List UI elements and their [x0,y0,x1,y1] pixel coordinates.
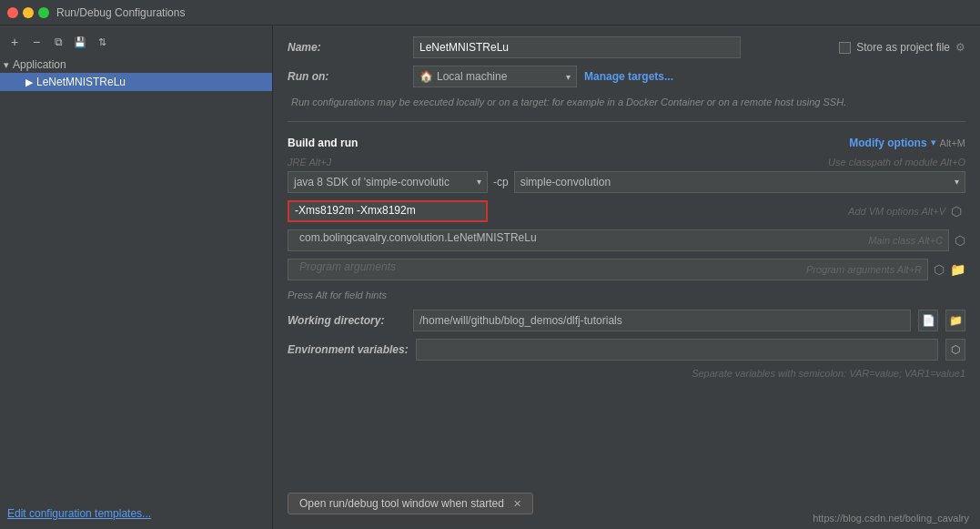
expand-icon[interactable]: ⬡ [951,204,962,219]
home-icon: 🏠 [419,70,433,83]
env-vars-label: Environment variables: [288,343,409,356]
tree-group-application[interactable]: ▾ Application [0,56,272,73]
working-dir-folder-icon[interactable]: 📁 [945,310,965,331]
vm-options-row: -Xms8192m -Xmx8192m Add VM options Alt+V… [288,200,965,222]
modify-options-arrow-icon: ▾ [931,137,936,148]
name-label: Name: [288,41,406,54]
footer-url: https://blog.csdn.net/boling_cavalry [813,513,969,524]
run-on-dropdown[interactable]: 🏠 Local machine ▾ [413,66,577,87]
env-vars-container [416,339,938,361]
app-icon: ▶ [25,76,33,88]
remove-config-button[interactable]: − [27,33,45,51]
window-title: Run/Debug Configurations [56,6,185,19]
main-class-container: com.bolingcavalry.convolution.LeNetMNIST… [288,229,949,251]
vm-options-value: -Xms8192m -Xmx8192m [295,204,416,217]
prog-args-row: Program arguments Program arguments Alt+… [288,259,965,280]
working-dir-container: /home/will/github/blog_demos/dlfj-tutori… [413,310,911,331]
save-config-button[interactable]: 💾 [71,33,89,51]
sdk-value: java 8 SDK of 'simple-convolutic [294,176,450,188]
sdk-row: java 8 SDK of 'simple-convolutic ▾ -cp s… [288,171,965,193]
press-alt-hint: Press Alt for field hints [288,288,965,302]
cp-dropdown[interactable]: simple-convolution ▾ [514,171,965,193]
store-label: Store as project file [856,41,950,54]
main-class-row: com.bolingcavalry.convolution.LeNetMNIST… [288,229,965,251]
config-toolbar: + − ⧉ 💾 ⇅ [0,29,272,55]
tree-item-label: LeNetMNISTReLu [36,76,126,88]
cp-dropdown-arrow-icon: ▾ [955,177,959,187]
run-on-value: Local machine [437,70,507,83]
working-dir-label: Working directory: [288,314,406,327]
env-vars-hint: Separate variables with semicolon: VAR=v… [692,368,965,379]
run-on-description: Run configurations may be executed local… [288,95,965,110]
sdk-dropdown-arrow-icon: ▾ [477,177,481,187]
open-tool-btn-label: Open run/debug tool window when started [299,497,504,510]
add-config-button[interactable]: + [5,33,24,51]
move-config-button[interactable]: ⇅ [93,33,111,51]
env-vars-row: Environment variables: ⬡ [288,339,965,361]
prog-args-placeholder[interactable]: Program arguments [294,259,806,280]
cp-label: -cp [493,176,509,188]
window-controls[interactable] [7,7,49,18]
minimize-button[interactable] [23,7,34,18]
env-vars-hint-row: Separate variables with semicolon: VAR=v… [288,368,965,379]
right-panel: Name: Store as project file ⚙ Run on: 🏠 … [273,25,980,529]
gear-icon[interactable]: ⚙ [955,41,965,54]
copy-config-button[interactable]: ⧉ [49,33,67,51]
tree-item-lenet[interactable]: ▶ LeNetMNISTReLu [0,73,272,91]
manage-targets-link[interactable]: Manage targets... [584,70,673,83]
chevron-down-icon: ▾ [4,59,9,71]
name-row: Name: Store as project file ⚙ [288,36,965,58]
vm-options-right: Add VM options Alt+V ⬡ [488,200,965,222]
classpath-hint: Use classpath of module Alt+O [828,157,965,168]
dropdown-arrow-icon: ▾ [566,72,571,82]
edit-templates-link[interactable]: Edit configuration templates... [0,502,272,525]
cp-value: simple-convolution [520,176,611,188]
main-class-hint: Main class Alt+C [868,235,943,246]
prog-args-expand-icon[interactable]: ⬡ [934,262,945,277]
main-class-value[interactable]: com.bolingcavalry.convolution.LeNetMNIST… [294,229,868,251]
prog-args-hint: Program arguments Alt+R [806,264,922,275]
modify-options-row: Modify options ▾ Alt+M [849,137,965,149]
run-on-row: Run on: 🏠 Local machine ▾ Manage targets… [288,66,965,87]
jre-classpath-hint-row: JRE Alt+J Use classpath of module Alt+O [288,157,965,168]
tree-group-label: Application [13,58,66,71]
build-run-section-header: Build and run Modify options ▾ Alt+M [288,137,965,149]
separator-1 [288,121,965,122]
maximize-button[interactable] [38,7,49,18]
prog-args-container: Program arguments Program arguments Alt+… [288,259,928,280]
config-tree: ▾ Application ▶ LeNetMNISTReLu [0,55,272,93]
env-vars-expand-icon[interactable]: ⬡ [945,339,965,361]
store-checkbox[interactable] [839,42,851,54]
close-button[interactable] [7,7,18,18]
modify-options-shortcut: Alt+M [940,137,965,148]
title-bar: Run/Debug Configurations [0,0,980,25]
vm-options-field[interactable]: -Xms8192m -Xmx8192m [288,200,488,222]
build-run-title: Build and run [288,137,358,149]
working-dir-file-icon[interactable]: 📄 [918,310,938,331]
vm-options-hint: Add VM options Alt+V [848,206,945,217]
run-on-label: Run on: [288,70,406,83]
working-dir-row: Working directory: /home/will/github/blo… [288,310,965,331]
sdk-dropdown[interactable]: java 8 SDK of 'simple-convolutic ▾ [288,171,488,193]
modify-options-link[interactable]: Modify options [849,137,926,149]
name-input[interactable] [413,36,741,58]
store-project-file-row: Store as project file ⚙ [839,41,965,54]
open-tool-btn-close-icon[interactable]: ✕ [513,498,521,510]
left-panel: + − ⧉ 💾 ⇅ ▾ Application ▶ LeNetMNISTReLu… [0,25,273,529]
main-layout: + − ⧉ 💾 ⇅ ▾ Application ▶ LeNetMNISTReLu… [0,25,980,529]
prog-args-folder-icon[interactable]: 📁 [950,262,965,277]
working-dir-value[interactable]: /home/will/github/blog_demos/dlfj-tutori… [419,314,904,327]
jre-hint: JRE Alt+J [288,157,331,168]
open-tool-window-button[interactable]: Open run/debug tool window when started … [288,493,533,514]
main-class-expand-icon[interactable]: ⬡ [955,233,965,248]
